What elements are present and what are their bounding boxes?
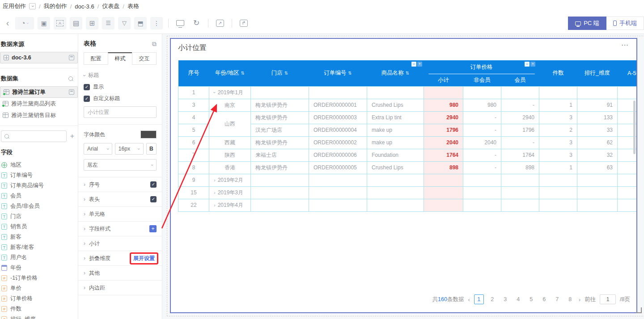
col-header-order[interactable]: 订单编号 <box>309 60 367 86</box>
section-field-style[interactable]: ›字段样式 <box>78 222 162 236</box>
collapse-toggle-icon[interactable]: › <box>212 92 217 93</box>
page-button[interactable]: 2 <box>488 294 497 304</box>
field-item[interactable]: 订单价格 <box>0 294 78 304</box>
mobile-mode-button[interactable]: 手机端 <box>606 17 644 30</box>
section-collapse-dimension[interactable]: ›折叠维度 展开设置 <box>78 251 162 266</box>
checkbox-checked[interactable] <box>84 96 90 102</box>
add-chart-icon[interactable]: › <box>15 17 34 29</box>
breadcrumb-item-doc[interactable]: doc-3.6 <box>75 3 94 10</box>
section-other[interactable]: ›其他 <box>78 266 162 281</box>
filter-card-icon[interactable] <box>102 17 114 29</box>
add-text-icon[interactable]: A <box>54 17 66 29</box>
cell-region-group[interactable]: ›2019年4月 <box>209 199 251 211</box>
add-field-icon[interactable]: + <box>70 132 74 140</box>
copy-icon[interactable] <box>152 40 157 48</box>
field-item[interactable]: 年份 <box>0 263 78 273</box>
field-item[interactable]: 单价 <box>0 283 78 294</box>
add-component-icon[interactable] <box>86 17 98 29</box>
breadcrumb-root[interactable]: 应用创作 <box>3 2 26 10</box>
section-header[interactable]: ›表头 <box>78 192 162 207</box>
collapse-toggle-icon[interactable]: › <box>214 190 216 195</box>
section-subtotal[interactable]: ›小计 <box>78 236 162 251</box>
prev-page-icon[interactable]: ‹ <box>468 296 470 303</box>
page-button[interactable]: 1 <box>474 294 484 304</box>
more-tools-icon[interactable] <box>150 17 163 29</box>
field-item[interactable]: 订单编号 <box>0 170 78 180</box>
dataset-item-orders[interactable]: 雅诗兰黛订单 <box>0 86 78 98</box>
collapse-columns-icon[interactable]: − <box>525 62 530 67</box>
add-web-component-icon[interactable] <box>134 17 147 29</box>
section-cell[interactable]: ›单元格 <box>78 207 162 222</box>
section-serial[interactable]: ›序号 <box>78 177 162 192</box>
checkbox-checked[interactable] <box>84 84 90 90</box>
cell-region-group[interactable]: ›2019年3月 <box>209 186 251 199</box>
panel-icon[interactable] <box>69 89 74 95</box>
font-color-swatch[interactable] <box>140 130 157 139</box>
tab-config[interactable]: 配置 <box>84 52 108 65</box>
collapse-columns-icon[interactable]: − <box>411 62 416 67</box>
align-select[interactable]: 居左› <box>84 159 157 171</box>
preview-icon[interactable] <box>174 17 186 29</box>
bold-button[interactable]: B <box>146 143 157 155</box>
col-header-region[interactable]: 年份/地区 <box>209 60 251 86</box>
field-item[interactable]: 会员/非会员 <box>0 201 78 211</box>
pc-mode-button[interactable]: PC 端 <box>568 17 606 30</box>
field-item[interactable]: 新客/老客 <box>0 242 78 252</box>
refresh-icon[interactable] <box>190 17 203 29</box>
table-scrollbar[interactable] <box>633 101 636 154</box>
chevron-down-icon[interactable]: › <box>29 3 36 9</box>
tab-interaction[interactable]: 交互 <box>132 52 157 65</box>
section-padding[interactable]: ›内边距 <box>78 281 162 295</box>
widget-title-input[interactable] <box>84 106 157 118</box>
checkbox-checked[interactable] <box>150 181 157 188</box>
share-icon[interactable] <box>237 17 250 29</box>
breadcrumb-item-table[interactable]: 表格 <box>127 2 139 10</box>
field-item[interactable]: 排行_维度 <box>0 314 78 319</box>
next-page-icon[interactable]: › <box>579 296 580 303</box>
table-widget-card[interactable]: 小计位置 − + − + 序号 <box>170 38 637 313</box>
breadcrumb-item-dashboard[interactable]: 仪表盘 <box>102 2 119 10</box>
title-section-header[interactable]: › 标题 <box>84 71 157 79</box>
field-item[interactable]: 销售员 <box>0 222 78 232</box>
tab-style[interactable]: 样式 <box>108 52 132 65</box>
page-button[interactable]: 3 <box>501 294 510 304</box>
field-item[interactable]: 件数 <box>0 304 78 314</box>
page-button[interactable]: 7 <box>553 294 562 304</box>
search-icon[interactable] <box>68 76 73 81</box>
col-header-store[interactable]: 门店 <box>251 60 309 86</box>
cell-region-group[interactable]: ›2019年1月 <box>209 86 251 99</box>
expand-columns-icon[interactable]: + <box>530 62 535 67</box>
field-item[interactable]: -1订单价格 <box>0 273 78 283</box>
collapse-toggle-icon[interactable]: › <box>214 177 216 183</box>
page-button[interactable]: 6 <box>540 294 549 304</box>
expand-icon[interactable] <box>214 17 226 29</box>
expand-settings-link[interactable]: 展开设置 <box>133 255 155 261</box>
dataset-item-targets[interactable]: 雅诗兰黛销售目标 <box>0 109 78 121</box>
field-item[interactable]: 订单商品编号 <box>0 180 78 191</box>
field-item[interactable]: 门店 <box>0 211 78 222</box>
breadcrumb-item-my-creations[interactable]: 我的创作 <box>44 2 67 10</box>
font-family-select[interactable]: Arial› <box>84 143 112 155</box>
field-item[interactable]: 用户名 <box>0 252 78 263</box>
add-filter-icon[interactable] <box>118 17 131 29</box>
expand-columns-icon[interactable]: + <box>417 62 422 67</box>
field-item[interactable]: 会员 <box>0 191 78 201</box>
page-button[interactable]: 8 <box>566 294 575 304</box>
collapse-toggle-icon[interactable]: › <box>214 202 216 208</box>
font-size-select[interactable]: 16px› <box>115 143 144 155</box>
dataset-item-products[interactable]: 雅诗兰黛商品列表 <box>0 98 78 109</box>
datasource-item-doc[interactable]: doc-3.6 <box>0 52 78 63</box>
page-button[interactable]: 5 <box>527 294 536 304</box>
add-form-icon[interactable] <box>70 17 82 29</box>
field-search-input[interactable] <box>1 130 67 142</box>
panel-icon[interactable] <box>69 55 74 60</box>
resize-handle[interactable] <box>636 307 642 313</box>
add-field-style-button[interactable] <box>149 225 157 232</box>
field-item[interactable]: 新客 <box>0 232 78 242</box>
add-image-icon[interactable] <box>38 17 50 29</box>
goto-page-input[interactable] <box>600 294 616 304</box>
checkbox-checked[interactable] <box>150 196 157 202</box>
back-icon[interactable] <box>4 17 12 29</box>
page-button[interactable]: 4 <box>514 294 523 304</box>
widget-more-icon[interactable] <box>621 41 629 49</box>
